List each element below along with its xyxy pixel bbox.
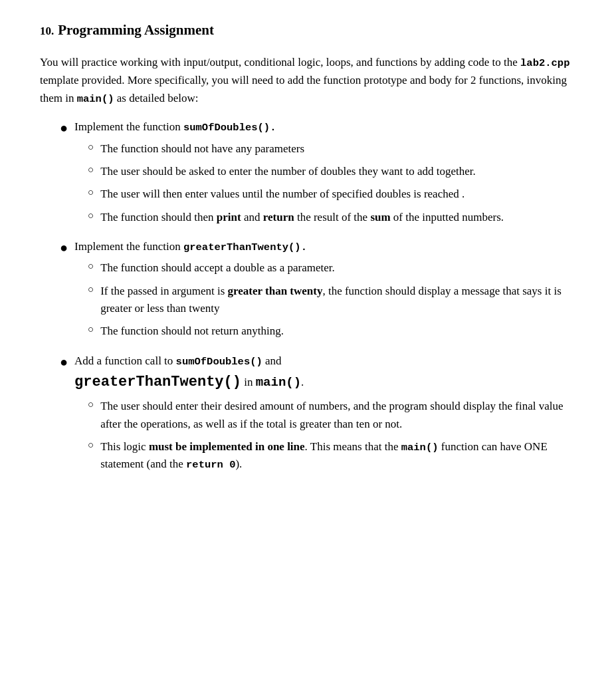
bullet-item-1: ● Implement the function sumOfDoubles().… <box>60 118 576 231</box>
subitem-2-3: ○ The function should not return anythin… <box>88 323 576 340</box>
bold-sum: sum <box>370 211 390 223</box>
code-main: main() <box>77 93 114 105</box>
circle-1-3: ○ <box>88 186 94 200</box>
code-main-large: main() <box>256 375 301 390</box>
circle-1-1: ○ <box>88 140 94 154</box>
code-return0: return 0 <box>186 459 235 471</box>
bold-print: print <box>217 211 241 223</box>
bullet-text-2: Implement the function greaterThanTwenty… <box>74 238 576 346</box>
bullet-dot-2: ● <box>60 238 68 257</box>
subtext-1-4: The function should then print and retur… <box>100 209 576 226</box>
subitem-3-1: ○ The user should enter their desired am… <box>88 398 576 433</box>
page-content: 10. Programming Assignment You will prac… <box>40 20 576 479</box>
subtext-3-1: The user should enter their desired amou… <box>100 398 576 433</box>
code-greaterThanTwenty-heading: greaterThanTwenty(). <box>183 241 307 253</box>
circle-2-2: ○ <box>88 283 94 297</box>
circle-3-1: ○ <box>88 398 94 412</box>
subtext-2-1: The function should accept a double as a… <box>100 259 576 277</box>
subitem-3-2: ○ This logic must be implemented in one … <box>88 438 576 474</box>
subtext-2-3: The function should not return anything. <box>100 323 576 340</box>
code-greaterThanTwenty-large: greaterThanTwenty() <box>74 374 241 390</box>
main-bullet-list: ● Implement the function sumOfDoubles().… <box>40 118 576 478</box>
bullet-dot-3: ● <box>60 352 68 371</box>
subtext-1-2: The user should be asked to enter the nu… <box>100 163 576 180</box>
code-sumOfDoubles-heading: sumOfDoubles(). <box>183 122 276 134</box>
sublist-3: ○ The user should enter their desired am… <box>74 398 576 473</box>
circle-1-4: ○ <box>88 209 94 223</box>
bullet-dot-1: ● <box>60 118 68 137</box>
bullet-text-1: Implement the function sumOfDoubles(). ○… <box>74 118 576 231</box>
bold-must-one-line: must be implemented in one line <box>149 440 305 453</box>
circle-2-3: ○ <box>88 323 94 337</box>
section-number: 10. <box>40 23 54 40</box>
bold-greater-than-twenty: greater than twenty <box>228 285 323 297</box>
subitem-1-4: ○ The function should then print and ret… <box>88 209 576 226</box>
subitem-1-2: ○ The user should be asked to enter the … <box>88 163 576 180</box>
subitem-1-3: ○ The user will then enter values until … <box>88 186 576 203</box>
bold-main-large: main() <box>256 376 301 388</box>
bullet-item-2: ● Implement the function greaterThanTwen… <box>60 238 576 346</box>
sublist-1: ○ The function should not have any param… <box>74 140 576 226</box>
subitem-1-1: ○ The function should not have any param… <box>88 140 576 158</box>
section-heading: 10. Programming Assignment <box>40 20 576 41</box>
subitem-2-2: ○ If the passed in argument is greater t… <box>88 283 576 318</box>
code-sumOfDoubles-inline: sumOfDoubles() <box>176 356 262 368</box>
bullet-item-3: ● Add a function call to sumOfDoubles() … <box>60 352 576 479</box>
intro-paragraph: You will practice working with input/out… <box>40 53 576 108</box>
bold-greaterThanTwenty-large: greaterThanTwenty() <box>74 376 241 388</box>
section-title: Programming Assignment <box>58 20 214 41</box>
subtext-1-3: The user will then enter values until th… <box>100 186 576 203</box>
subtext-1-1: The function should not have any paramet… <box>100 140 576 158</box>
circle-2-1: ○ <box>88 259 94 273</box>
subtext-3-2: This logic must be implemented in one li… <box>100 438 576 474</box>
bullet-text-3: Add a function call to sumOfDoubles() an… <box>74 352 576 479</box>
sublist-2: ○ The function should accept a double as… <box>74 259 576 340</box>
code-main-inline: main() <box>401 442 439 454</box>
subitem-2-1: ○ The function should accept a double as… <box>88 259 576 277</box>
bold-sumOfDoubles-inline: sumOfDoubles() <box>176 354 262 367</box>
code-lab2cpp: lab2.cpp <box>520 57 569 69</box>
subtext-2-2: If the passed in argument is greater tha… <box>100 283 576 318</box>
circle-1-2: ○ <box>88 163 94 177</box>
bold-return: return <box>263 211 294 223</box>
circle-3-2: ○ <box>88 438 94 452</box>
